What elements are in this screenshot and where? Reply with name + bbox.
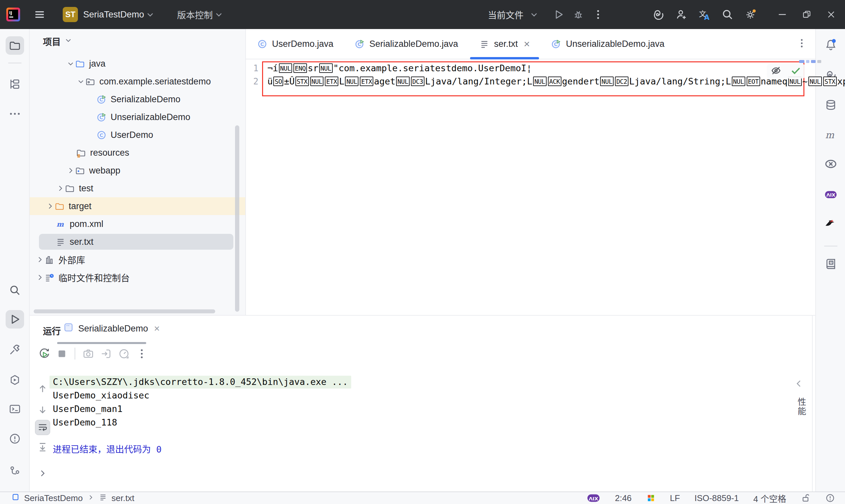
tool-window-structure-button[interactable]: [6, 75, 24, 93]
editor-tab-UserDemo.java[interactable]: CUserDemo.java: [247, 29, 344, 59]
tree-item-resources[interactable]: resources: [30, 144, 245, 162]
console-output[interactable]: C:\Users\SZZY\.jdks\corretto-1.8.0_452\b…: [53, 375, 351, 456]
tree-item-pom.xml[interactable]: mpom.xml: [30, 215, 245, 233]
chevron-down-icon[interactable]: [64, 36, 73, 47]
editor-code[interactable]: ¬íNULENQsrNUL"com.example.seriatestdemo.…: [267, 62, 845, 88]
window-minimize-button[interactable]: [774, 6, 791, 23]
run-toolbar-stop-button[interactable]: [54, 346, 69, 361]
tree-item-test[interactable]: test: [30, 179, 245, 197]
terminal-icon: [8, 403, 21, 415]
tool-window-run-button[interactable]: [6, 310, 24, 328]
tab-options-button[interactable]: [796, 38, 807, 50]
tool-window-search-button[interactable]: [6, 281, 24, 300]
ai-assistant-tb-icon: [652, 8, 665, 21]
tree-item-外部库[interactable]: 外部库: [30, 251, 245, 269]
folder-java-icon: [75, 59, 85, 69]
chev-right-icon: [56, 184, 65, 193]
tool-window-maven-gray-button[interactable]: m: [822, 126, 840, 144]
tool-window-aix-assistant-button[interactable]: ΛIX: [822, 185, 840, 204]
tool-window-bird-plugin-button[interactable]: [822, 213, 840, 232]
close-tab-icon[interactable]: ×: [524, 39, 530, 49]
collapse-panel-button[interactable]: [792, 378, 805, 389]
titlebar-settings-button[interactable]: [742, 6, 759, 23]
tool-window-terminal-button[interactable]: [6, 400, 24, 418]
titlebar-search-tb-button[interactable]: [719, 6, 736, 23]
chev-down-icon: [66, 59, 75, 68]
highlighting-off-button[interactable]: [770, 65, 782, 78]
aix-status-icon[interactable]: ΛIX: [586, 491, 600, 504]
tree-item-webapp[interactable]: webapp: [30, 162, 245, 179]
line-ending[interactable]: LF: [670, 493, 680, 503]
tree-item-target[interactable]: target: [30, 197, 245, 215]
run-toolbar-gauge-button[interactable]: [116, 346, 131, 361]
tool-window-services-button[interactable]: [6, 371, 24, 389]
chev-left-icon: [793, 378, 804, 389]
microsoft-defender-icon[interactable]: [646, 493, 655, 503]
project-vertical-scrollbar[interactable]: [235, 125, 239, 312]
eye-off-icon: [770, 65, 782, 76]
tree-item-UnserializableDemo[interactable]: CUnserializableDemo: [30, 108, 245, 126]
run-toolbar-sign-in-button[interactable]: [99, 346, 113, 361]
project-name[interactable]: SeriaTestDemo: [83, 10, 144, 20]
editor-gutter: 12: [246, 62, 259, 88]
more-icon: [8, 108, 21, 120]
run-toolbar-rerun-button[interactable]: [36, 346, 52, 361]
breadcrum-file[interactable]: ser.txt: [111, 493, 134, 503]
run-tab-serializabledemo[interactable]: SerializableDemo ×: [64, 322, 160, 335]
breadcrumb-project[interactable]: SeriaTestDemo: [24, 493, 83, 503]
titlebar-ai-assistant-tb-button[interactable]: [650, 6, 667, 23]
console-scroll-end-button[interactable]: [35, 439, 50, 454]
tree-item-ser.txt[interactable]: ser.txt: [30, 233, 245, 251]
divider: [75, 348, 75, 360]
console-soft-wrap-button[interactable]: [35, 420, 50, 435]
editor-tab-SerializableDemo.java[interactable]: CSerializableDemo.java: [344, 29, 469, 59]
titlebar-translate-button[interactable]: 文A: [696, 6, 713, 23]
console-scroll-up-button[interactable]: [35, 381, 50, 396]
inspection-widget[interactable]: [767, 64, 805, 78]
editor[interactable]: 12 ¬íNULENQsrNUL"com.example.seriatestde…: [246, 60, 815, 315]
indent-setting[interactable]: 4 个空格: [753, 492, 786, 504]
main-menu-button[interactable]: [31, 6, 48, 23]
more-v-gray-icon: [796, 38, 807, 49]
file-encoding[interactable]: ISO-8859-1: [694, 493, 739, 503]
scroll-end-icon: [37, 441, 48, 452]
editor-tab-ser.txt[interactable]: ser.txt×: [469, 29, 541, 59]
titlebar-debug-button[interactable]: [570, 6, 587, 23]
chev-right-icon: [66, 166, 75, 175]
tool-window-more-button[interactable]: [6, 105, 24, 123]
event-log-icon[interactable]: [825, 493, 835, 503]
titlebar-add-user-button[interactable]: [673, 6, 690, 23]
tool-window-notifications-button[interactable]: [822, 35, 840, 54]
tool-window-project-folder-button[interactable]: [6, 36, 24, 55]
run-configuration-selector[interactable]: 当前文件: [488, 8, 524, 21]
control-char-ETX: ETX: [325, 76, 338, 86]
titlebar-run-outline-button[interactable]: [550, 6, 567, 23]
window-restore-button[interactable]: [798, 6, 815, 23]
console-scroll-down-button[interactable]: [35, 402, 50, 418]
titlebar-more-vertical-button[interactable]: [589, 6, 607, 23]
console-expand-button[interactable]: [35, 466, 50, 481]
run-toolbar-camera-button[interactable]: [81, 346, 96, 361]
window-close-button[interactable]: [823, 6, 840, 23]
tree-item-UserDemo[interactable]: CUserDemo: [30, 126, 245, 144]
tree-item-java[interactable]: java: [30, 55, 245, 73]
project-avatar[interactable]: ST: [63, 7, 78, 22]
control-char-DC2: DC2: [615, 76, 629, 86]
caret-position[interactable]: 2:46: [615, 493, 632, 503]
tool-window-dictionary-button[interactable]: A: [822, 255, 840, 273]
tree-item-临时文件和控制台[interactable]: 临时文件和控制台: [30, 269, 245, 286]
unlock-icon[interactable]: [801, 493, 811, 503]
editor-tab-UnserializableDemo.java[interactable]: CUnserializableDemo.java: [540, 29, 675, 59]
tree-item-com.example.seriatestdemo[interactable]: com.example.seriatestdemo: [30, 73, 245, 90]
vcs-menu[interactable]: 版本控制: [177, 8, 213, 21]
tool-window-problems-button[interactable]: [6, 430, 24, 448]
tool-window-x-plugin-button[interactable]: [822, 155, 840, 173]
tree-item-SerializableDemo[interactable]: CSerializableDemo: [30, 90, 245, 108]
tool-window-version-control-button[interactable]: [6, 462, 24, 480]
close-run-tab-icon[interactable]: ×: [154, 324, 160, 334]
run-toolbar-more-v-gray-button[interactable]: [134, 346, 149, 361]
performance-collapsed-tab[interactable]: 性能: [790, 397, 807, 416]
tool-window-build-button[interactable]: [6, 340, 24, 359]
tool-window-database-button[interactable]: [822, 96, 840, 114]
project-horizontal-scrollbar[interactable]: [34, 309, 215, 313]
